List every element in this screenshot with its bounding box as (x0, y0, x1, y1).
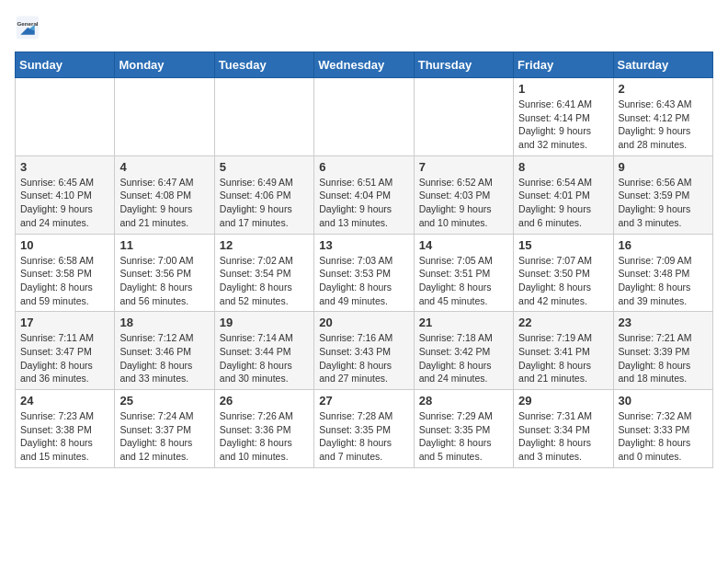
day-number: 18 (119, 316, 209, 329)
calendar-table: SundayMondayTuesdayWednesdayThursdayFrid… (15, 52, 713, 468)
day-number: 8 (518, 160, 608, 174)
day-number: 15 (518, 238, 608, 252)
calendar-cell (414, 78, 513, 156)
day-number: 23 (619, 316, 708, 329)
day-info: Sunrise: 7:31 AM Sunset: 3:34 PM Dayligh… (518, 409, 608, 464)
day-number: 3 (20, 160, 109, 174)
calendar-week-row: 17Sunrise: 7:11 AM Sunset: 3:47 PM Dayli… (16, 312, 713, 390)
day-info: Sunrise: 7:19 AM Sunset: 3:41 PM Dayligh… (518, 331, 608, 385)
day-number: 28 (419, 394, 508, 408)
weekday-header: Saturday (613, 52, 712, 78)
day-info: Sunrise: 6:58 AM Sunset: 3:58 PM Dayligh… (20, 254, 109, 308)
day-info: Sunrise: 7:11 AM Sunset: 3:47 PM Dayligh… (20, 331, 109, 385)
day-info: Sunrise: 7:32 AM Sunset: 3:33 PM Dayligh… (619, 409, 708, 464)
weekday-header: Tuesday (214, 52, 313, 78)
calendar-cell: 28Sunrise: 7:29 AM Sunset: 3:35 PM Dayli… (414, 390, 513, 468)
day-info: Sunrise: 6:52 AM Sunset: 4:03 PM Dayligh… (419, 176, 508, 230)
logo: General (15, 15, 44, 40)
calendar-cell (115, 78, 214, 156)
calendar-cell: 11Sunrise: 7:00 AM Sunset: 3:56 PM Dayli… (115, 234, 214, 312)
day-number: 29 (518, 394, 608, 408)
calendar-week-row: 3Sunrise: 6:45 AM Sunset: 4:10 PM Daylig… (16, 155, 713, 234)
calendar-week-row: 24Sunrise: 7:23 AM Sunset: 3:38 PM Dayli… (16, 390, 713, 468)
day-number: 20 (319, 316, 408, 329)
day-info: Sunrise: 7:28 AM Sunset: 3:35 PM Dayligh… (319, 409, 408, 464)
day-info: Sunrise: 6:51 AM Sunset: 4:04 PM Dayligh… (319, 176, 408, 230)
calendar-cell: 27Sunrise: 7:28 AM Sunset: 3:35 PM Dayli… (314, 390, 414, 468)
calendar-cell: 1Sunrise: 6:41 AM Sunset: 4:14 PM Daylig… (514, 78, 613, 156)
calendar-cell: 26Sunrise: 7:26 AM Sunset: 3:36 PM Dayli… (214, 390, 313, 468)
day-number: 22 (518, 316, 608, 329)
day-number: 30 (619, 394, 708, 408)
day-info: Sunrise: 6:45 AM Sunset: 4:10 PM Dayligh… (20, 176, 109, 230)
day-info: Sunrise: 6:54 AM Sunset: 4:01 PM Dayligh… (518, 176, 608, 230)
calendar-cell: 25Sunrise: 7:24 AM Sunset: 3:37 PM Dayli… (115, 390, 214, 468)
calendar-cell: 21Sunrise: 7:18 AM Sunset: 3:42 PM Dayli… (414, 312, 513, 390)
day-info: Sunrise: 7:26 AM Sunset: 3:36 PM Dayligh… (220, 409, 309, 464)
day-number: 4 (119, 160, 209, 174)
day-number: 27 (319, 394, 408, 408)
calendar-cell: 15Sunrise: 7:07 AM Sunset: 3:50 PM Dayli… (514, 234, 613, 312)
day-number: 26 (220, 394, 309, 408)
day-info: Sunrise: 7:00 AM Sunset: 3:56 PM Dayligh… (119, 254, 209, 308)
calendar-cell: 4Sunrise: 6:47 AM Sunset: 4:08 PM Daylig… (115, 155, 214, 234)
calendar-cell: 2Sunrise: 6:43 AM Sunset: 4:12 PM Daylig… (613, 78, 712, 156)
weekday-header: Thursday (414, 52, 513, 78)
day-number: 11 (119, 238, 209, 252)
day-number: 16 (619, 238, 708, 252)
day-info: Sunrise: 7:14 AM Sunset: 3:44 PM Dayligh… (220, 331, 309, 385)
svg-text:General: General (17, 20, 38, 27)
calendar-cell: 14Sunrise: 7:05 AM Sunset: 3:51 PM Dayli… (414, 234, 513, 312)
calendar-cell: 24Sunrise: 7:23 AM Sunset: 3:38 PM Dayli… (16, 390, 115, 468)
calendar-cell: 13Sunrise: 7:03 AM Sunset: 3:53 PM Dayli… (314, 234, 414, 312)
day-info: Sunrise: 6:47 AM Sunset: 4:08 PM Dayligh… (119, 176, 209, 230)
day-info: Sunrise: 7:21 AM Sunset: 3:39 PM Dayligh… (619, 331, 708, 385)
day-info: Sunrise: 7:24 AM Sunset: 3:37 PM Dayligh… (119, 409, 209, 464)
day-number: 5 (220, 160, 309, 174)
weekday-header: Friday (514, 52, 613, 78)
weekday-header: Monday (115, 52, 214, 78)
day-number: 13 (319, 238, 408, 252)
day-info: Sunrise: 7:16 AM Sunset: 3:43 PM Dayligh… (319, 331, 408, 385)
day-info: Sunrise: 7:07 AM Sunset: 3:50 PM Dayligh… (518, 254, 608, 308)
calendar-cell (16, 78, 115, 156)
calendar-cell (214, 78, 313, 156)
day-number: 1 (518, 82, 608, 96)
day-number: 12 (220, 238, 309, 252)
day-number: 19 (220, 316, 309, 329)
day-info: Sunrise: 7:29 AM Sunset: 3:35 PM Dayligh… (419, 409, 508, 464)
day-info: Sunrise: 7:03 AM Sunset: 3:53 PM Dayligh… (319, 254, 408, 308)
day-number: 2 (619, 82, 708, 96)
calendar-cell: 12Sunrise: 7:02 AM Sunset: 3:54 PM Dayli… (214, 234, 313, 312)
calendar-cell: 8Sunrise: 6:54 AM Sunset: 4:01 PM Daylig… (514, 155, 613, 234)
calendar-cell: 9Sunrise: 6:56 AM Sunset: 3:59 PM Daylig… (613, 155, 712, 234)
calendar-cell: 19Sunrise: 7:14 AM Sunset: 3:44 PM Dayli… (214, 312, 313, 390)
day-number: 21 (419, 316, 508, 329)
day-info: Sunrise: 7:02 AM Sunset: 3:54 PM Dayligh… (220, 254, 309, 308)
calendar-cell: 17Sunrise: 7:11 AM Sunset: 3:47 PM Dayli… (16, 312, 115, 390)
calendar-cell: 7Sunrise: 6:52 AM Sunset: 4:03 PM Daylig… (414, 155, 513, 234)
page-header: General (15, 15, 713, 40)
day-number: 17 (20, 316, 109, 329)
calendar-cell: 20Sunrise: 7:16 AM Sunset: 3:43 PM Dayli… (314, 312, 414, 390)
calendar-cell: 5Sunrise: 6:49 AM Sunset: 4:06 PM Daylig… (214, 155, 313, 234)
calendar-cell: 23Sunrise: 7:21 AM Sunset: 3:39 PM Dayli… (613, 312, 712, 390)
logo-icon: General (15, 15, 40, 40)
calendar-cell: 29Sunrise: 7:31 AM Sunset: 3:34 PM Dayli… (514, 390, 613, 468)
day-info: Sunrise: 6:43 AM Sunset: 4:12 PM Dayligh… (619, 98, 708, 152)
calendar-cell: 10Sunrise: 6:58 AM Sunset: 3:58 PM Dayli… (16, 234, 115, 312)
calendar-cell: 3Sunrise: 6:45 AM Sunset: 4:10 PM Daylig… (16, 155, 115, 234)
day-info: Sunrise: 6:41 AM Sunset: 4:14 PM Dayligh… (518, 98, 608, 152)
day-info: Sunrise: 7:05 AM Sunset: 3:51 PM Dayligh… (419, 254, 508, 308)
day-number: 24 (20, 394, 109, 408)
day-number: 25 (119, 394, 209, 408)
day-number: 6 (319, 160, 408, 174)
day-number: 10 (20, 238, 109, 252)
weekday-header-row: SundayMondayTuesdayWednesdayThursdayFrid… (16, 52, 713, 78)
calendar-week-row: 1Sunrise: 6:41 AM Sunset: 4:14 PM Daylig… (16, 78, 713, 156)
calendar-cell: 18Sunrise: 7:12 AM Sunset: 3:46 PM Dayli… (115, 312, 214, 390)
day-number: 14 (419, 238, 508, 252)
day-info: Sunrise: 6:49 AM Sunset: 4:06 PM Dayligh… (220, 176, 309, 230)
day-info: Sunrise: 7:09 AM Sunset: 3:48 PM Dayligh… (619, 254, 708, 308)
weekday-header: Sunday (16, 52, 115, 78)
